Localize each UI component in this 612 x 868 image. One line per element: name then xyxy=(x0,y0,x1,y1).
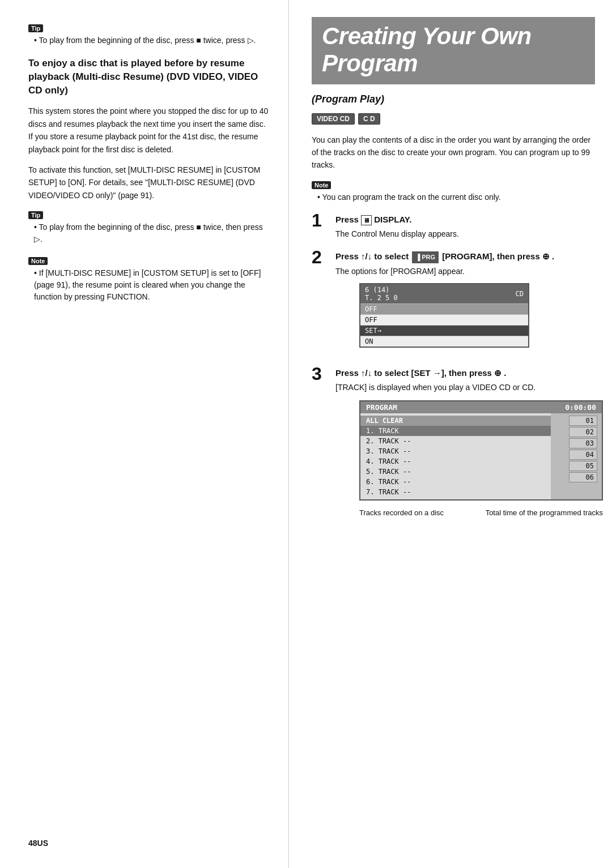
screen-header-right: CD xyxy=(516,290,524,298)
prog-captions: Tracks recorded on a disc Total time of … xyxy=(359,508,603,517)
right-note-label: Note xyxy=(312,181,331,189)
step-2-title: Press ↑/↓ to select ▐ PRG [PROGRAM], the… xyxy=(335,250,595,263)
prog-num-06: 06 xyxy=(569,472,597,482)
note-1-section: Note • If [MULTI-DISC RESUME] in [CUSTOM… xyxy=(28,255,271,303)
step-3-number: 3 xyxy=(312,365,330,383)
prog-header: PROGRAM 0:00:00 xyxy=(360,401,602,413)
prog-body: ALL CLEAR 1. TRACK 2. TRACK -- 3. TRACK … xyxy=(360,413,602,499)
body-para-1: This system stores the point where you s… xyxy=(28,105,271,156)
caption-right: Total time of the programmed tracks xyxy=(486,508,603,517)
prog-header-left: PROGRAM xyxy=(366,403,397,412)
note-1-label: Note xyxy=(28,257,48,265)
main-title-line1: Creating Your Own xyxy=(322,23,585,50)
screen-header: 6 (14)T. 2 5 0 CD xyxy=(360,284,528,304)
step-2-content: Press ↑/↓ to select ▐ PRG [PROGRAM], the… xyxy=(335,250,595,357)
prog-track-5: 5. TRACK -- xyxy=(360,467,551,477)
step-2-screen: 6 (14)T. 2 5 0 CD OFF OFF SET→ ON xyxy=(359,283,529,348)
prog-num-05: 05 xyxy=(569,461,597,471)
step-3-title: Press ↑/↓ to select [SET →], then press … xyxy=(335,367,603,380)
prog-tracks: ALL CLEAR 1. TRACK 2. TRACK -- 3. TRACK … xyxy=(360,413,551,499)
left-column: Tip • To play from the beginning of the … xyxy=(0,0,289,868)
right-note-text: • You can program the track on the curre… xyxy=(317,191,595,203)
step-1-title: Press 🖥 DISPLAY. xyxy=(335,213,595,226)
tip-2-text: • To play from the beginning of the disc… xyxy=(34,221,271,245)
prog-track-allclear: ALL CLEAR xyxy=(360,416,551,426)
right-column: Creating Your Own Program (Program Play)… xyxy=(289,0,612,868)
screen-row-set: SET→ xyxy=(360,326,528,336)
prog-header-right: 0:00:00 xyxy=(565,403,596,412)
program-screen: PROGRAM 0:00:00 ALL CLEAR 1. TRACK 2. TR… xyxy=(359,400,603,501)
tip-1-label: Tip xyxy=(28,24,43,32)
section-heading: To enjoy a disc that is played before by… xyxy=(28,57,271,97)
step-1-desc: The Control Menu display appears. xyxy=(335,228,595,240)
prog-right-panel: 01 02 03 04 05 06 xyxy=(551,413,602,499)
step-2-number: 2 xyxy=(312,248,330,266)
tip-1-text: • To play from the beginning of the disc… xyxy=(34,35,271,46)
body-para-2: To activate this function, set [MULTI-DI… xyxy=(28,164,271,202)
prog-track-6: 6. TRACK -- xyxy=(360,477,551,487)
screen-row-on: ON xyxy=(360,336,528,347)
main-title-line2: Program xyxy=(322,50,585,77)
note-1-text: • If [MULTI-DISC RESUME] in [CUSTOM SETU… xyxy=(34,267,271,303)
tip-1-section: Tip • To play from the beginning of the … xyxy=(28,23,271,46)
prog-num-04: 04 xyxy=(569,450,597,460)
cd-badge: C D xyxy=(358,113,380,125)
step-2-desc: The options for [PROGRAM] appear. xyxy=(335,266,595,277)
prog-num-02: 02 xyxy=(569,427,597,437)
caption-left: Tracks recorded on a disc xyxy=(359,508,444,517)
step-3-content: Press ↑/↓ to select [SET →], then press … xyxy=(335,367,603,518)
right-note-section: Note • You can program the track on the … xyxy=(312,179,595,203)
step-2: 2 Press ↑/↓ to select ▐ PRG [PROGRAM], t… xyxy=(312,250,595,357)
prog-track-1: 1. TRACK xyxy=(360,426,551,436)
screen-header-left: 6 (14)T. 2 5 0 xyxy=(365,286,398,302)
media-badges: VIDEO CD C D xyxy=(312,113,595,125)
step-1: 1 Press 🖥 DISPLAY. The Control Menu disp… xyxy=(312,213,595,241)
program-play-subtitle: (Program Play) xyxy=(312,93,595,105)
main-title: Creating Your Own Program xyxy=(312,17,595,84)
page-number: 48US xyxy=(28,839,48,848)
step-1-number: 1 xyxy=(312,211,330,229)
tip-2-label: Tip xyxy=(28,211,43,219)
prog-track-4: 4. TRACK -- xyxy=(360,456,551,467)
tip-2-section: Tip • To play from the beginning of the … xyxy=(28,209,271,245)
screen-row-off-normal: OFF xyxy=(360,315,528,326)
prog-track-2: 2. TRACK -- xyxy=(360,436,551,446)
step-3: 3 Press ↑/↓ to select [SET →], then pres… xyxy=(312,367,595,518)
prog-num-03: 03 xyxy=(569,438,597,448)
video-cd-badge: VIDEO CD xyxy=(312,113,355,125)
screen-row-off-highlighted: OFF xyxy=(360,304,528,315)
prog-num-01: 01 xyxy=(569,416,597,426)
step-3-desc: [TRACK] is displayed when you play a VID… xyxy=(335,382,603,394)
intro-text: You can play the contents of a disc in t… xyxy=(312,134,595,172)
step-1-content: Press 🖥 DISPLAY. The Control Menu displa… xyxy=(335,213,595,241)
prog-track-7: 7. TRACK -- xyxy=(360,487,551,497)
prog-track-3: 3. TRACK -- xyxy=(360,446,551,456)
